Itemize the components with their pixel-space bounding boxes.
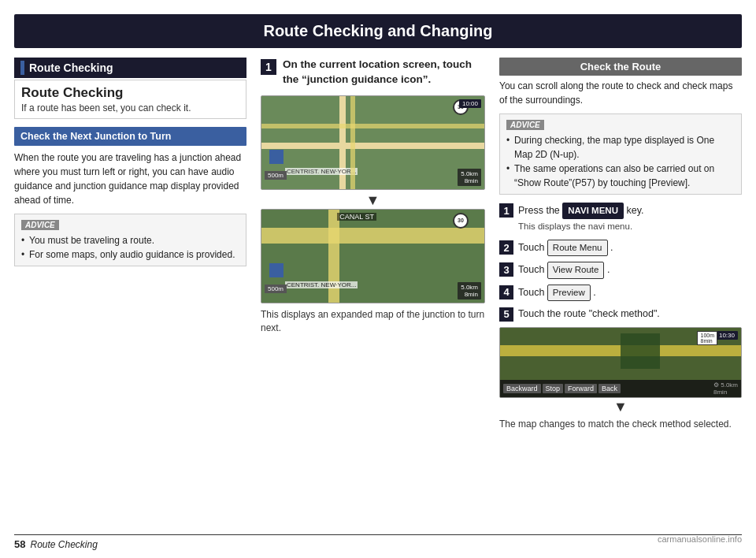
map-overlay-v [350, 96, 355, 189]
right-map-badge: 10:30 [716, 331, 738, 340]
advice-item-2: For some maps, only audio guidance is pr… [21, 247, 239, 262]
route-checking-title: Route Checking [21, 85, 239, 101]
backward-btn[interactable]: Backward [503, 384, 541, 393]
advice-label: ADVICE [21, 220, 59, 230]
left-description: When the route you are traveling has a j… [14, 151, 246, 207]
mid-step-1: 1 On the current location screen, touch … [261, 58, 485, 87]
step-1-number: 1 [261, 59, 276, 75]
navi-menu-btn[interactable]: NAVI MENU [562, 203, 624, 219]
right-step-1: 1 Press the NAVI MENU key. This displays… [499, 203, 742, 234]
map-street-label: CANAL ST [337, 213, 376, 221]
left-advice-box: ADVICE You must be traveling a route. Fo… [14, 214, 246, 266]
route-checking-subtitle: If a route has been set, you can check i… [21, 102, 239, 113]
right-map-caption: The map changes to match the check metho… [499, 418, 742, 431]
toolbar-dist: ⚙ 5.0km8min [713, 381, 738, 396]
footer-watermark: carmanualsonline.info [658, 534, 742, 544]
right-step-3: 3 Touch View Route . [499, 262, 742, 278]
right-advice-label: ADVICE [506, 120, 544, 130]
right-step-num-3: 3 [499, 262, 513, 277]
right-advice-list: During checking, the map type displayed … [506, 133, 735, 190]
right-step-text-4: Touch Preview . [518, 285, 596, 301]
junction-map-2: 10:00 CANAL ST CENTRIST. NEW·YOR... 5.0k… [261, 209, 485, 303]
map-road-cross [328, 210, 339, 303]
preview-btn[interactable]: Preview [547, 285, 591, 301]
map-dist-2: 5.0km8min [458, 282, 481, 299]
stop-btn[interactable]: Stop [543, 384, 564, 393]
step-1-text: On the current location screen, touch th… [283, 58, 485, 87]
footer-label: Route Checking [30, 539, 97, 550]
map-scale2: 500m [265, 285, 287, 293]
map-road-main [261, 228, 484, 244]
right-advice-item-2: The same operations can also be carried … [506, 162, 735, 190]
blue-box-title: Check the Next Junction to Turn [14, 127, 246, 146]
map-caption: This displays an expanded map of the jun… [261, 308, 485, 335]
route-checking-box: Route Checking If a route has been set, … [14, 80, 246, 119]
right-step-num-5: 5 [499, 307, 513, 322]
map-road-v1 [339, 96, 346, 189]
right-step-num-2: 2 [499, 240, 513, 255]
right-step-4: 4 Touch Preview . [499, 285, 742, 301]
page-number: 58 [14, 538, 25, 550]
triangle-down-2: ▼ [499, 400, 742, 414]
map-top-badge1: 10:00 [459, 99, 481, 108]
map-label-street1: CENTRIST. NEW·YOR... [285, 168, 358, 175]
right-step-text-2: Touch Route Menu . [518, 240, 613, 256]
left-column: Route Checking Route Checking If a route… [14, 58, 246, 431]
map-bg2 [261, 210, 484, 303]
right-step-text-3: Touch View Route . [518, 262, 610, 278]
advice-item-1: You must be traveling a route. [21, 233, 239, 247]
forward-btn[interactable]: Forward [565, 384, 597, 393]
middle-column: 1 On the current location screen, touch … [261, 58, 485, 431]
map-nav-arrow1 [269, 150, 284, 164]
step1-sub: This displays the navi menu. [518, 221, 632, 231]
right-steps: 1 Press the NAVI MENU key. This displays… [499, 203, 742, 431]
page-footer: 58 Route Checking carmanualsonline.info [14, 534, 742, 550]
map-overlay-h [261, 124, 484, 128]
route-menu-btn[interactable]: Route Menu [547, 240, 608, 256]
triangle-down-1: ▼ [261, 193, 485, 207]
right-step-num-1: 1 [499, 203, 513, 218]
right-step-text-1: Press the NAVI MENU key. This displays t… [518, 203, 643, 234]
right-advice-box: ADVICE During checking, the map type dis… [499, 113, 742, 195]
right-step-text-5: Touch the route "check method". [518, 307, 660, 322]
back-btn[interactable]: Back [598, 384, 621, 393]
right-advice-item-1: During checking, the map type displayed … [506, 133, 735, 162]
map-scale1: 500m [265, 171, 287, 180]
right-intro: You can scroll along the route to check … [499, 79, 742, 107]
title-accent-bar [20, 61, 24, 75]
right-column: Check the Route You can scroll along the… [499, 58, 742, 431]
right-step-2: 2 Touch Route Menu . [499, 240, 742, 256]
right-step-num-4: 4 [499, 285, 513, 299]
right-step-5: 5 Touch the route "check method". [499, 307, 742, 322]
map-road-h1 [261, 143, 484, 149]
view-route-btn[interactable]: View Route [547, 262, 605, 278]
map-arrow2 [269, 263, 284, 277]
map-label-street2: CENTRIST. NEW·YOR... [285, 281, 358, 288]
right-map-dist-badge: 100m8min [697, 331, 717, 345]
right-header-box: Check the Route [499, 58, 742, 76]
left-advice-list: You must be traveling a route. For some … [21, 233, 239, 262]
section-title-bar: Route Checking [14, 58, 246, 78]
map-dist-1: 5.0km8min [458, 169, 481, 186]
map-speed-limit2: 30 [453, 213, 469, 229]
route-check-map: 10:30 100m8min Backward Stop Forward Bac… [499, 327, 742, 398]
section-title: Route Checking [29, 61, 113, 74]
page-header: Route Checking and Changing [14, 14, 742, 48]
map-toolbar: Backward Stop Forward Back ⚙ 5.0km8min [500, 380, 741, 397]
right-map-terrain [621, 333, 660, 369]
junction-map-1: CENTRIST. NEW·YOR... 30 5.0km8min 10:00 … [261, 95, 485, 190]
